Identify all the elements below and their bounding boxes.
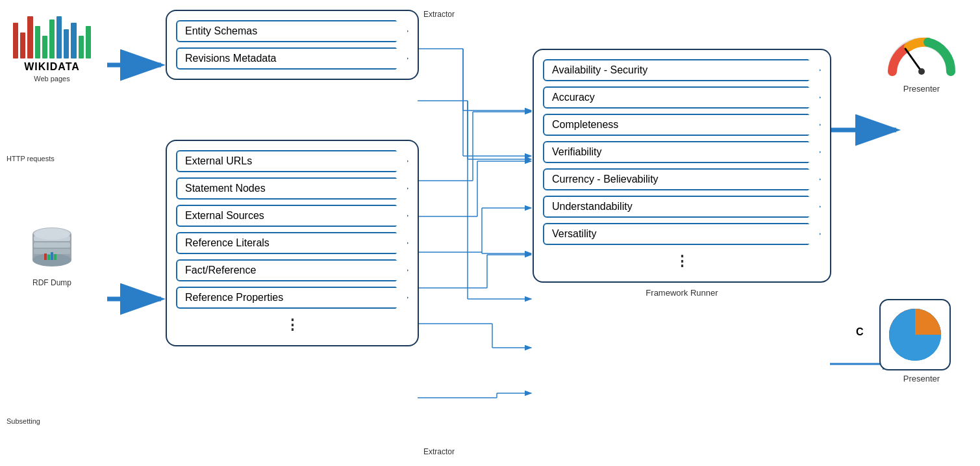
verifiability: Verifiability xyxy=(543,141,821,163)
extractor-bottom-label: Extractor xyxy=(423,447,455,456)
box-a: External URLs Statement Nodes External S… xyxy=(166,140,419,346)
wikidata-bars xyxy=(13,13,91,58)
reference-literals-item: Reference Literals xyxy=(176,232,408,254)
wikidata-name: WIKIDATA xyxy=(13,61,91,73)
svg-rect-43 xyxy=(44,253,47,260)
external-sources-item: External Sources xyxy=(176,205,408,227)
database-icon xyxy=(26,221,78,273)
diagram-container: WIKIDATA Web pages HTTP requests RDF Dum… xyxy=(0,0,980,466)
box-c: Availability - Security Accuracy Complet… xyxy=(533,49,831,283)
entity-schemas-item: Entity Schemas xyxy=(176,20,408,42)
svg-rect-45 xyxy=(51,252,53,260)
currency-believability: Currency - Believability xyxy=(543,168,821,190)
understandability-item: Understandability xyxy=(543,196,821,218)
presenter-top: Presenter xyxy=(883,32,961,94)
accuracy-item: Accuracy xyxy=(543,86,821,109)
revisions-metadata-item: Revisions Metadata xyxy=(176,47,408,70)
versatility: Versatility xyxy=(543,223,821,245)
completeness: Completeness xyxy=(543,114,821,136)
box-c-dots: ⋮ xyxy=(543,250,821,272)
svg-point-48 xyxy=(918,68,925,75)
svg-line-47 xyxy=(905,49,922,71)
completeness-item: Completeness xyxy=(543,114,821,136)
reference-properties: Reference Properties xyxy=(176,287,408,309)
extractor-top-label: Extractor xyxy=(423,10,455,19)
svg-rect-40 xyxy=(34,242,70,248)
external-sources: External Sources xyxy=(176,205,408,227)
currency-believability-item: Currency - Believability xyxy=(543,168,821,190)
fact-reference-item: Fact/Reference xyxy=(176,259,408,281)
svg-rect-44 xyxy=(47,255,50,260)
external-urls-item: External URLs xyxy=(176,150,408,172)
reference-literals: Reference Literals xyxy=(176,232,408,254)
reference-properties-item: Reference Properties xyxy=(176,287,408,309)
box-d-label: C xyxy=(856,326,864,338)
rdf-dump-label: RDF Dump xyxy=(6,278,97,287)
box-a-dots: ⋮ xyxy=(176,314,408,336)
box-b: Entity Schemas Revisions Metadata xyxy=(166,10,419,80)
external-urls: External URLs xyxy=(176,150,408,172)
pie-chart-final xyxy=(886,305,944,364)
presenter-bottom: Presenter xyxy=(879,299,964,383)
versatility-item: Versatility xyxy=(543,223,821,245)
entity-schemas: Entity Schemas xyxy=(176,20,408,42)
presenter-top-label: Presenter xyxy=(883,84,961,94)
subsetting-label: Subsetting xyxy=(6,417,40,425)
rdf-dump: RDF Dump xyxy=(6,221,97,287)
wikidata-logo: WIKIDATA Web pages xyxy=(13,13,91,83)
arrows-svg xyxy=(0,0,980,466)
availability-security: Availability - Security xyxy=(543,59,821,81)
verifiability-item: Verifiability xyxy=(543,141,821,163)
svg-rect-46 xyxy=(54,254,57,260)
statement-nodes: Statement Nodes xyxy=(176,177,408,200)
framework-runner-label: Framework Runner xyxy=(646,288,718,298)
revisions-metadata: Revisions Metadata xyxy=(176,47,408,70)
presenter-bottom-label: Presenter xyxy=(879,374,964,383)
accuracy: Accuracy xyxy=(543,86,821,109)
wikidata-web-pages: Web pages xyxy=(13,75,91,83)
understandability: Understandability xyxy=(543,196,821,218)
availability-security-item: Availability - Security xyxy=(543,59,821,81)
fact-reference: Fact/Reference xyxy=(176,259,408,281)
http-requests-label: HTTP requests xyxy=(6,155,55,162)
svg-point-42 xyxy=(34,228,70,240)
statement-nodes-item: Statement Nodes xyxy=(176,177,408,200)
gauge-icon xyxy=(886,32,957,78)
